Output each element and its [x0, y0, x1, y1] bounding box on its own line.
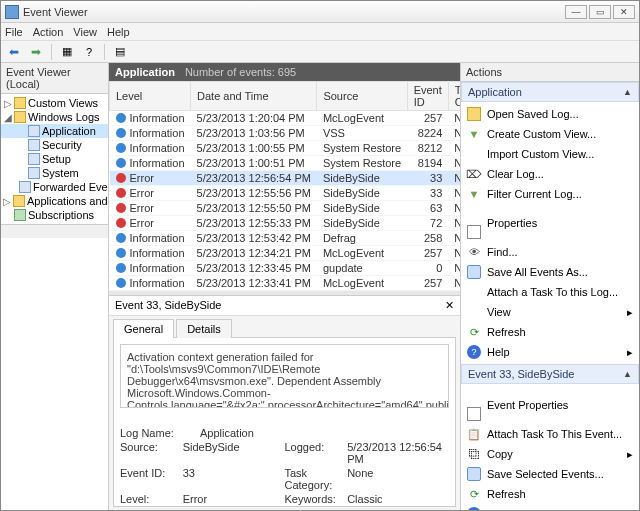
column-header[interactable]: Source — [317, 82, 407, 111]
information-icon — [116, 233, 126, 243]
action-item[interactable]: Event Properties — [461, 386, 639, 424]
tree-node[interactable]: Security — [1, 138, 108, 152]
chevron-up-icon: ▲ — [623, 87, 632, 97]
tree-node[interactable]: ◢Windows Logs — [1, 110, 108, 124]
menu-help[interactable]: Help — [107, 26, 130, 38]
actions-pane: Actions Application▲ Open Saved Log...▼C… — [461, 63, 639, 511]
folder-icon — [467, 107, 481, 121]
tree-node[interactable]: ▷Applications and Services Logs — [1, 194, 108, 208]
filter-icon: ▼ — [467, 127, 481, 141]
close-button[interactable]: ✕ — [613, 5, 635, 19]
column-header[interactable]: Date and Time — [191, 82, 317, 111]
action-label: Open Saved Log... — [487, 108, 633, 120]
tree-scrollbar[interactable] — [1, 224, 108, 238]
action-label: Save Selected Events... — [487, 468, 633, 480]
action-item[interactable]: Properties — [461, 204, 639, 242]
navigation-tree: Event Viewer (Local) ▷Custom Views◢Windo… — [1, 63, 109, 511]
event-row[interactable]: Information5/23/2013 1:03:56 PMVSS8224No… — [110, 126, 461, 141]
event-row[interactable]: Information5/23/2013 12:33:41 PMMcLogEve… — [110, 276, 461, 291]
action-item[interactable]: ?Help▸ — [461, 342, 639, 362]
actions-section-application[interactable]: Application▲ — [461, 82, 639, 102]
action-item[interactable]: ⟳Refresh — [461, 322, 639, 342]
menu-view[interactable]: View — [73, 26, 97, 38]
show-tree-button[interactable]: ▦ — [58, 43, 76, 61]
event-row[interactable]: Information5/23/2013 12:53:42 PMDefrag25… — [110, 231, 461, 246]
action-item[interactable]: View▸ — [461, 302, 639, 322]
blank-icon — [467, 285, 481, 299]
action-item[interactable]: ⿻Copy▸ — [461, 444, 639, 464]
action-item[interactable]: ?Help▸ — [461, 504, 639, 511]
action-label: Copy — [487, 448, 621, 460]
blank-icon — [467, 147, 481, 161]
column-header[interactable]: Task C... — [448, 82, 460, 111]
tree-icon: ▦ — [62, 45, 72, 58]
list-title: Application — [115, 66, 175, 78]
back-button[interactable]: ⬅ — [5, 43, 23, 61]
help-icon: ? — [467, 507, 481, 511]
event-row[interactable]: Information5/23/2013 12:34:21 PMMcLogEve… — [110, 246, 461, 261]
props-icon — [467, 225, 481, 239]
event-row[interactable]: Information5/23/2013 1:00:51 PMSystem Re… — [110, 156, 461, 171]
column-header[interactable]: Event ID — [407, 82, 448, 111]
action-item[interactable]: 📋Attach Task To This Event... — [461, 424, 639, 444]
k-taskcat: Task Category: — [285, 467, 348, 491]
event-row[interactable]: Error5/23/2013 12:55:50 PMSideBySide63No… — [110, 201, 461, 216]
tree-node[interactable]: ▷Custom Views — [1, 96, 108, 110]
tree-node[interactable]: Subscriptions — [1, 208, 108, 222]
action-label: Import Custom View... — [487, 148, 633, 160]
information-icon — [116, 143, 126, 153]
details-close-button[interactable]: ✕ — [445, 299, 454, 312]
tree-node[interactable]: Forwarded Events — [1, 180, 108, 194]
tree-node[interactable]: Setup — [1, 152, 108, 166]
tree-node[interactable]: System — [1, 166, 108, 180]
action-label: Refresh — [487, 488, 633, 500]
tab-general[interactable]: General — [113, 319, 174, 338]
minimize-button[interactable]: — — [565, 5, 587, 19]
information-icon — [116, 128, 126, 138]
details-title: Event 33, SideBySide — [115, 299, 221, 312]
event-row[interactable]: Error5/23/2013 12:55:56 PMSideBySide33No… — [110, 186, 461, 201]
toolbar-extra-button[interactable]: ▤ — [111, 43, 129, 61]
action-item[interactable]: ▼Filter Current Log... — [461, 184, 639, 204]
information-icon — [116, 158, 126, 168]
refresh-icon: ⟳ — [467, 487, 481, 501]
tree-header[interactable]: Event Viewer (Local) — [1, 63, 108, 94]
action-label: Attach a Task To this Log... — [487, 286, 633, 298]
action-item[interactable]: Import Custom View... — [461, 144, 639, 164]
action-item[interactable]: ⌦Clear Log... — [461, 164, 639, 184]
action-label: Help — [487, 346, 621, 358]
action-label: Find... — [487, 246, 633, 258]
action-item[interactable]: ⟳Refresh — [461, 484, 639, 504]
menu-file[interactable]: File — [5, 26, 23, 38]
action-item[interactable]: Open Saved Log... — [461, 104, 639, 124]
event-row[interactable]: Information5/23/2013 1:00:55 PMSystem Re… — [110, 141, 461, 156]
menu-action[interactable]: Action — [33, 26, 64, 38]
actions-header: Actions — [461, 63, 639, 82]
column-header[interactable]: Level — [110, 82, 191, 111]
action-item[interactable]: Save Selected Events... — [461, 464, 639, 484]
event-row[interactable]: Error5/23/2013 12:56:54 PMSideBySide33No… — [110, 171, 461, 186]
event-row[interactable]: Error5/23/2013 12:55:33 PMSideBySide72No… — [110, 216, 461, 231]
action-item[interactable]: Save All Events As... — [461, 262, 639, 282]
event-grid[interactable]: LevelDate and TimeSourceEvent IDTask C..… — [109, 81, 460, 291]
action-label: Attach Task To This Event... — [487, 428, 633, 440]
refresh-icon: ⟳ — [467, 325, 481, 339]
event-count: Number of events: 695 — [185, 66, 296, 78]
error-icon — [116, 218, 126, 228]
action-item[interactable]: 👁Find... — [461, 242, 639, 262]
chevron-right-icon: ▸ — [627, 346, 633, 359]
action-item[interactable]: ▼Create Custom View... — [461, 124, 639, 144]
blank-icon — [467, 305, 481, 319]
forward-button[interactable]: ➡ — [27, 43, 45, 61]
event-message: Activation context generation failed for… — [120, 344, 449, 408]
tab-details[interactable]: Details — [176, 319, 232, 338]
arrow-left-icon: ⬅ — [9, 45, 19, 59]
maximize-button[interactable]: ▭ — [589, 5, 611, 19]
v-keywords: Classic — [347, 493, 449, 505]
tree-node[interactable]: Application — [1, 124, 108, 138]
event-row[interactable]: Information5/23/2013 12:33:45 PMgupdate0… — [110, 261, 461, 276]
help-button[interactable]: ? — [80, 43, 98, 61]
event-row[interactable]: Information5/23/2013 1:20:04 PMMcLogEven… — [110, 111, 461, 126]
actions-section-event[interactable]: Event 33, SideBySide▲ — [461, 364, 639, 384]
action-item[interactable]: Attach a Task To this Log... — [461, 282, 639, 302]
